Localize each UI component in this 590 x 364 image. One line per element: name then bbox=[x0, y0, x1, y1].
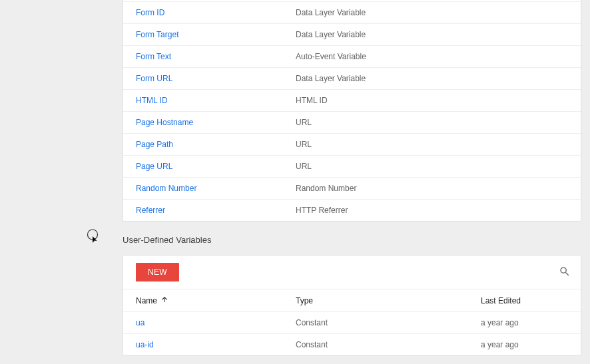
table-row: Form IDData Layer Variable bbox=[123, 2, 581, 24]
column-header-name: Name bbox=[136, 296, 157, 305]
user-table-header: Name Type Last Edited bbox=[123, 289, 581, 312]
builtin-variable-type: HTTP Referrer bbox=[296, 200, 581, 222]
table-row: HTML IDHTML ID bbox=[123, 90, 581, 112]
table-row: Form TargetData Layer Variable bbox=[123, 24, 581, 46]
column-header-last-edited[interactable]: Last Edited bbox=[481, 289, 581, 312]
table-row: Page PathURL bbox=[123, 134, 581, 156]
builtin-variable-link[interactable]: Form Text bbox=[136, 52, 171, 61]
builtin-variable-link[interactable]: Form ID bbox=[136, 8, 164, 17]
builtin-variable-link[interactable]: HTML ID bbox=[136, 96, 168, 105]
user-variable-type: Constant bbox=[296, 312, 481, 334]
builtin-variables-table: Form ElementData Layer VariableForm IDDa… bbox=[123, 0, 581, 222]
user-defined-variables-card: NEW Name Type Last Edi bbox=[123, 255, 581, 356]
table-row: Page URLURL bbox=[123, 156, 581, 178]
builtin-variable-type: URL bbox=[296, 156, 581, 178]
table-row: Form TextAuto-Event Variable bbox=[123, 46, 581, 68]
user-variable-last-edited: a year ago bbox=[481, 312, 581, 334]
builtin-variable-type: URL bbox=[296, 134, 581, 156]
builtin-variable-type: Data Layer Variable bbox=[296, 2, 581, 24]
column-header-type[interactable]: Type bbox=[296, 289, 481, 312]
builtin-variable-type: HTML ID bbox=[296, 90, 581, 112]
user-variable-type: Constant bbox=[296, 334, 481, 356]
table-row: uaConstanta year ago bbox=[123, 312, 581, 334]
builtin-variable-link[interactable]: Form Target bbox=[136, 30, 178, 39]
builtin-variable-type: Data Layer Variable bbox=[296, 24, 581, 46]
builtin-variable-type: Auto-Event Variable bbox=[296, 46, 581, 68]
table-row: Page HostnameURL bbox=[123, 112, 581, 134]
builtin-variable-type: URL bbox=[296, 112, 581, 134]
table-row: ReferrerHTTP Referrer bbox=[123, 200, 581, 222]
user-variable-link[interactable]: ua bbox=[136, 318, 145, 327]
search-icon[interactable] bbox=[559, 266, 571, 279]
new-button[interactable]: NEW bbox=[136, 263, 179, 281]
table-row: Form URLData Layer Variable bbox=[123, 68, 581, 90]
builtin-variable-type: Random Number bbox=[296, 178, 581, 200]
builtin-variable-link[interactable]: Page Hostname bbox=[136, 118, 193, 127]
table-row: Random NumberRandom Number bbox=[123, 178, 581, 200]
sort-by-name[interactable]: Name bbox=[136, 295, 168, 305]
arrow-up-icon bbox=[160, 295, 168, 305]
builtin-variable-link[interactable]: Random Number bbox=[136, 184, 196, 193]
builtin-variable-link[interactable]: Page URL bbox=[136, 162, 172, 171]
table-row: ua-idConstanta year ago bbox=[123, 334, 581, 356]
user-defined-section-title: User-Defined Variables bbox=[123, 235, 581, 245]
builtin-variable-link[interactable]: Page Path bbox=[136, 140, 173, 149]
user-variable-last-edited: a year ago bbox=[481, 334, 581, 356]
builtin-variable-link[interactable]: Form URL bbox=[136, 74, 172, 83]
builtin-variable-link[interactable]: Referrer bbox=[136, 206, 165, 215]
user-variable-link[interactable]: ua-id bbox=[136, 340, 154, 349]
builtin-variable-type: Data Layer Variable bbox=[296, 68, 581, 90]
